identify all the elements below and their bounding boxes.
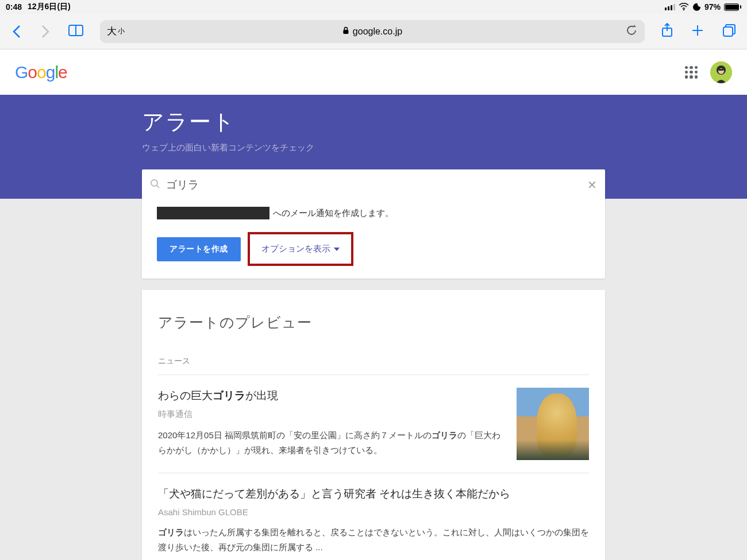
do-not-disturb-icon	[692, 3, 701, 11]
search-icon	[150, 179, 160, 191]
article-snippet: ゴリラはいったん所属する集団を離れると、戻ることはできないという。これに対し、人…	[158, 525, 589, 555]
tabs-button[interactable]	[722, 23, 737, 40]
text-size-button[interactable]: 大小	[107, 25, 125, 38]
lock-icon	[342, 26, 349, 36]
preview-article[interactable]: 「犬や猫にだって差別がある」と言う研究者 それは生き抜く本能だから Asahi …	[158, 473, 589, 560]
url-domain: google.co.jp	[342, 26, 402, 37]
article-snippet: 2020年12月05日 福岡県筑前町の「安の里公園」に高さ約７メートルのゴリラの…	[158, 428, 506, 458]
preview-heading: アラートのプレビュー	[158, 313, 589, 332]
google-header: Google	[0, 49, 747, 95]
safari-toolbar: 大小 google.co.jp	[0, 14, 747, 49]
alert-search-box[interactable]: ✕	[142, 169, 605, 200]
show-options-button[interactable]: オプションを表示	[252, 237, 349, 261]
wifi-icon	[679, 3, 689, 11]
alerts-banner: アラート ウェブ上の面白い新着コンテンツをチェック ✕	[0, 95, 747, 199]
alert-query-input[interactable]	[166, 179, 587, 191]
battery-icon	[724, 3, 741, 11]
status-time: 0:48	[6, 2, 22, 11]
redacted-email	[157, 207, 269, 219]
article-source: Asahi Shimbun GLOBE	[158, 507, 589, 517]
svg-point-13	[151, 180, 157, 186]
clear-input-button[interactable]: ✕	[587, 178, 597, 192]
reload-button[interactable]	[625, 24, 638, 39]
preview-article[interactable]: わらの巨大ゴリラが出現 時事通信 2020年12月05日 福岡県筑前町の「安の里…	[158, 375, 589, 473]
share-button[interactable]	[661, 23, 673, 40]
email-notice-text: へのメール通知を作成します。	[273, 208, 394, 219]
google-logo[interactable]: Google	[15, 63, 67, 82]
svg-rect-8	[723, 27, 733, 36]
bookmarks-button[interactable]	[68, 24, 84, 40]
article-thumbnail	[517, 388, 589, 460]
account-avatar[interactable]	[710, 61, 732, 83]
page-subtitle: ウェブ上の面白い新着コンテンツをチェック	[142, 142, 605, 153]
alert-preview-card: アラートのプレビュー ニュース わらの巨大ゴリラが出現 時事通信 2020年12…	[142, 290, 605, 560]
create-alert-card: へのメール通知を作成します。 アラートを作成 オプションを表示	[142, 199, 605, 279]
caret-down-icon	[334, 248, 340, 251]
svg-rect-12	[719, 69, 723, 71]
back-button[interactable]	[10, 24, 23, 40]
highlight-annotation: オプションを表示	[248, 232, 353, 266]
google-apps-button[interactable]	[685, 66, 698, 79]
page-body: へのメール通知を作成します。 アラートを作成 オプションを表示 アラートのプレビ…	[0, 199, 747, 560]
page-title: アラート	[142, 107, 605, 137]
svg-point-0	[683, 9, 685, 11]
status-date: 12月6日(日)	[28, 2, 71, 12]
cellular-icon	[665, 4, 675, 10]
svg-line-14	[157, 186, 159, 188]
address-bar[interactable]: 大小 google.co.jp	[100, 20, 645, 43]
forward-button[interactable]	[39, 24, 52, 40]
article-title: 「犬や猫にだって差別がある」と言う研究者 それは生き抜く本能だから	[158, 486, 589, 503]
svg-rect-3	[343, 30, 348, 34]
article-source: 時事通信	[158, 409, 506, 420]
new-tab-button[interactable]	[691, 24, 704, 40]
create-alert-button[interactable]: アラートを作成	[157, 237, 241, 261]
ipad-status-bar: 0:48 12月6日(日) 97%	[0, 0, 747, 14]
battery-percent: 97%	[704, 2, 721, 11]
article-title: わらの巨大ゴリラが出現	[158, 388, 506, 404]
preview-section-label: ニュース	[158, 356, 589, 375]
